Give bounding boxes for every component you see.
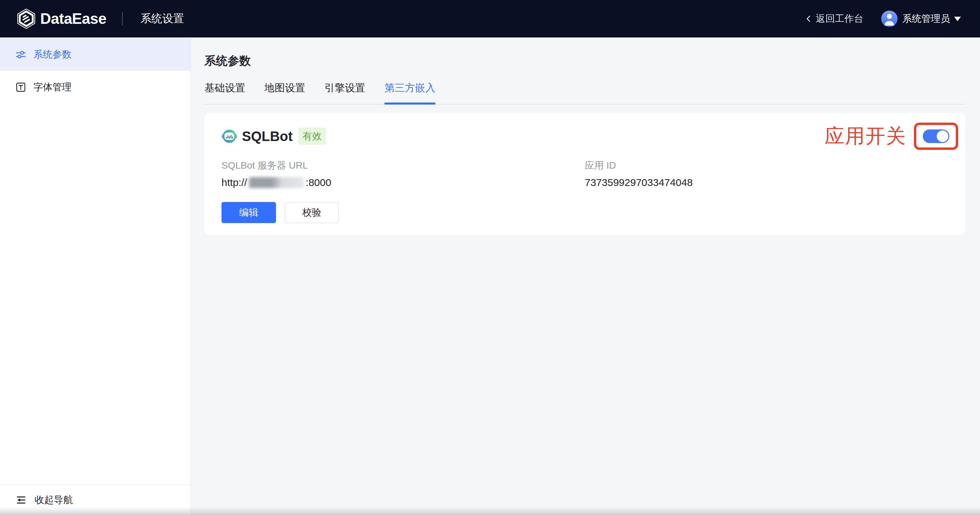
collapse-nav-icon	[16, 494, 27, 505]
sidebar-item-system-params[interactable]: 系统参数	[0, 38, 191, 71]
app-switch-toggle[interactable]	[923, 129, 949, 143]
topbar: DataEase 系统设置 返回工作台	[0, 0, 980, 38]
field-grid: SQLBot 服务器 URL http:// :8000 应用 ID 73735…	[221, 159, 948, 188]
brand-logo: DataEase	[16, 8, 106, 29]
dataease-hexagon-icon	[16, 8, 36, 29]
field-value-app-id: 7373599297033474048	[585, 177, 948, 188]
page-title: 系统参数	[204, 53, 965, 69]
field-app-id: 应用 ID 7373599297033474048	[585, 159, 948, 188]
sidebar-item-label: 字体管理	[33, 81, 72, 94]
sqlbot-icon	[221, 129, 237, 144]
toggle-knob	[937, 130, 948, 142]
field-value-server-url: http:// :8000	[221, 177, 585, 188]
font-icon	[16, 82, 26, 92]
collapse-nav-label: 收起导航	[35, 494, 73, 507]
tab-basic-settings[interactable]: 基础设置	[204, 81, 245, 104]
chevron-left-icon	[804, 14, 813, 23]
tab-third-party-embed[interactable]: 第三方嵌入	[384, 81, 436, 104]
edit-button[interactable]: 编辑	[221, 202, 276, 223]
collapse-nav-button[interactable]: 收起导航	[0, 484, 191, 515]
sidebar-item-label: 系统参数	[33, 48, 72, 61]
topbar-divider	[122, 12, 123, 25]
app-name: SQLBot	[242, 129, 293, 144]
tab-bar: 基础设置 地图设置 引擎设置 第三方嵌入	[204, 81, 965, 105]
sidebar-item-font-management[interactable]: 字体管理	[0, 71, 191, 103]
back-to-workspace-link[interactable]: 返回工作台	[804, 12, 864, 25]
annotation-highlight-box	[914, 122, 958, 150]
brand-wordmark: DataEase	[40, 10, 106, 27]
app-title: 系统设置	[140, 11, 184, 26]
back-link-label: 返回工作台	[816, 12, 864, 25]
sidebar-spacer	[0, 103, 191, 484]
field-label: SQLBot 服务器 URL	[221, 159, 585, 172]
url-prefix: http://	[221, 177, 247, 188]
main-content: 系统参数 基础设置 地图设置 引擎设置 第三方嵌入	[191, 38, 980, 515]
button-row: 编辑 校验	[221, 202, 948, 223]
user-name: 系统管理员	[902, 12, 950, 25]
sidebar: 系统参数 字体管理 收起导航	[0, 38, 191, 515]
user-menu[interactable]: 系统管理员	[881, 11, 961, 27]
url-suffix: :8000	[305, 177, 331, 188]
avatar	[881, 11, 897, 27]
tab-map-settings[interactable]: 地图设置	[264, 81, 305, 104]
annotation-overlay: 应用开关	[825, 122, 958, 150]
verify-button[interactable]: 校验	[285, 202, 339, 223]
sqlbot-card: SQLBot 有效 应用开关 SQLBot 服务器 URL http://	[204, 113, 965, 235]
annotation-label: 应用开关	[825, 123, 907, 149]
tab-engine-settings[interactable]: 引擎设置	[325, 81, 365, 104]
sliders-icon	[16, 49, 26, 60]
caret-down-icon	[954, 17, 961, 21]
status-badge: 有效	[298, 128, 326, 145]
field-label: 应用 ID	[585, 159, 948, 172]
field-server-url: SQLBot 服务器 URL http:// :8000	[221, 159, 585, 188]
redacted-host-block	[249, 177, 304, 188]
